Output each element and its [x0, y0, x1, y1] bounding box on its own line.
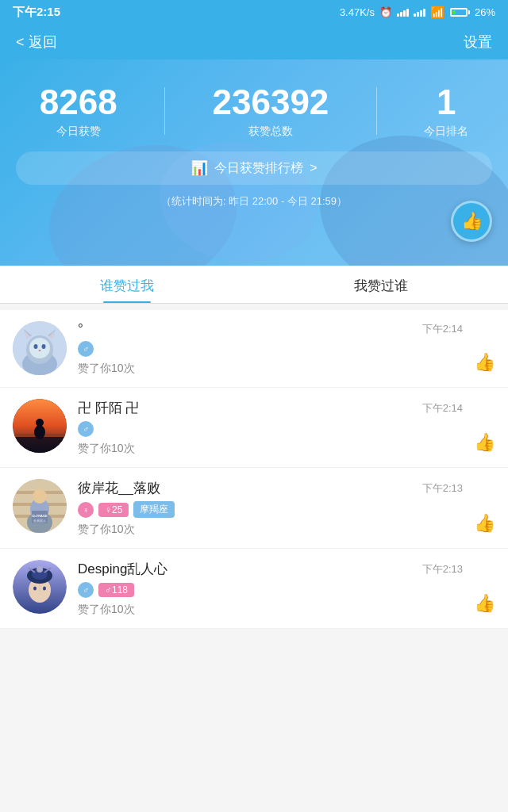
svg-point-9 — [34, 344, 38, 349]
battery-indicator — [450, 8, 470, 17]
avatar: OuTRAGE 全員惡人 — [13, 479, 67, 533]
svg-point-39 — [43, 587, 46, 591]
alarm-icon: ⏰ — [379, 6, 392, 18]
status-time: 下午2:15 — [13, 5, 60, 20]
user-time: 下午2:14 — [422, 322, 463, 336]
user-name: Desping乱人心 — [78, 560, 167, 578]
age-tag: ♂118 — [98, 583, 134, 597]
svg-point-8 — [29, 338, 50, 358]
svg-point-38 — [33, 587, 37, 591]
network-speed: 3.47K/s — [340, 6, 375, 18]
user-name-row: 彼岸花__落败 下午2:13 — [78, 479, 463, 497]
user-name-row: Desping乱人心 下午2:13 — [78, 560, 463, 578]
user-name: ° — [78, 321, 83, 337]
total-likes-number: 236392 — [213, 83, 329, 121]
nav-bar: < 返回 设置 — [0, 25, 508, 59]
user-info: 卍 阡陌 卍 下午2:14 ♂ 赞了你10次 — [78, 399, 463, 456]
stat-divider-1 — [164, 87, 165, 135]
stat-today-rank: 1 今日排名 — [424, 83, 468, 139]
settings-button[interactable]: 设置 — [464, 33, 492, 52]
like-thumb-icon[interactable]: 👍 — [474, 432, 495, 453]
stat-divider-2 — [376, 87, 377, 135]
tab-who-i-liked[interactable]: 我赞过谁 — [254, 266, 508, 303]
wifi-icon: 📶 — [430, 6, 445, 20]
table-row[interactable]: OuTRAGE 全員惡人 彼岸花__落败 下午2:13 ♀ ♀25 摩羯座 赞了… — [0, 468, 508, 549]
signal-bars-1 — [397, 9, 409, 17]
user-like-count: 赞了你10次 — [78, 442, 463, 456]
today-likes-number: 8268 — [40, 83, 117, 121]
user-name: 卍 阡陌 卍 — [78, 399, 139, 417]
signal-bars-2 — [414, 9, 425, 17]
like-thumb-icon[interactable]: 👍 — [474, 593, 495, 614]
zodiac-tag: 摩羯座 — [133, 501, 175, 518]
today-likes-label: 今日获赞 — [40, 124, 117, 139]
svg-point-19 — [36, 419, 44, 427]
ranking-bar-label: 今日获赞排行榜 — [214, 160, 303, 177]
gender-badge-male: ♂ — [78, 421, 94, 437]
ranking-bar-arrow: > — [310, 161, 317, 175]
user-time: 下午2:14 — [422, 401, 463, 416]
stats-row: 8268 今日获赞 236392 获赞总数 1 今日排名 — [0, 75, 508, 139]
hero-section: 8268 今日获赞 236392 获赞总数 1 今日排名 📊 今日获赞排行榜 >… — [0, 59, 508, 266]
svg-point-35 — [37, 566, 43, 573]
back-button[interactable]: < 返回 — [16, 33, 57, 52]
ranking-bar-chart-icon: 📊 — [190, 159, 208, 177]
svg-point-27 — [33, 489, 47, 504]
tab-who-liked-me[interactable]: 谁赞过我 — [0, 266, 254, 303]
avatar — [13, 560, 67, 614]
like-thumb-icon[interactable]: 👍 — [474, 352, 495, 373]
svg-text:OuTRAGE: OuTRAGE — [32, 514, 48, 518]
age-tag: ♀25 — [98, 503, 129, 517]
user-name-row: 卍 阡陌 卍 下午2:14 — [78, 399, 463, 417]
stats-time-note: （统计时间为: 昨日 22:00 - 今日 21:59） — [0, 185, 508, 221]
table-row[interactable]: ° 下午2:14 ♂ 赞了你10次 👍 — [0, 310, 508, 388]
avatar — [13, 321, 67, 375]
status-bar: 下午2:15 3.47K/s ⏰ 📶 26% — [0, 0, 508, 25]
thumb-up-circle-icon: 👍 — [461, 211, 483, 232]
total-likes-label: 获赞总数 — [213, 124, 329, 139]
gender-badge-male: ♂ — [78, 582, 94, 598]
today-rank-number: 1 — [424, 83, 468, 121]
stat-today-likes: 8268 今日获赞 — [40, 83, 117, 139]
svg-point-10 — [42, 344, 46, 349]
svg-point-18 — [34, 425, 45, 439]
user-info: ° 下午2:14 ♂ 赞了你10次 — [78, 321, 463, 376]
user-time: 下午2:13 — [422, 562, 463, 576]
user-gender-row: ♂ ♂118 — [78, 582, 463, 598]
ranking-bar[interactable]: 📊 今日获赞排行榜 > — [16, 151, 492, 185]
user-time: 下午2:13 — [422, 481, 463, 496]
avatar — [13, 399, 67, 453]
user-like-count: 赞了你10次 — [78, 603, 463, 617]
battery-percent: 26% — [475, 6, 495, 18]
user-info: 彼岸花__落败 下午2:13 ♀ ♀25 摩羯座 赞了你10次 — [78, 479, 463, 537]
svg-point-11 — [39, 350, 41, 351]
gender-badge-male: ♂ — [78, 341, 94, 357]
user-info: Desping乱人心 下午2:13 ♂ ♂118 赞了你10次 — [78, 560, 463, 617]
stat-total-likes: 236392 获赞总数 — [213, 83, 329, 139]
table-row[interactable]: Desping乱人心 下午2:13 ♂ ♂118 赞了你10次 👍 — [0, 549, 508, 629]
user-list: ° 下午2:14 ♂ 赞了你10次 👍 — [0, 310, 508, 629]
user-gender-row: ♂ — [78, 421, 463, 437]
svg-text:全員惡人: 全員惡人 — [33, 519, 46, 523]
gender-badge-female: ♀ — [78, 502, 94, 518]
user-like-count: 赞了你10次 — [78, 362, 463, 376]
user-name: 彼岸花__落败 — [78, 479, 160, 497]
user-gender-row: ♀ ♀25 摩羯座 — [78, 501, 463, 518]
tabs: 谁赞过我 我赞过谁 — [0, 266, 508, 304]
today-rank-label: 今日排名 — [424, 124, 468, 139]
table-row[interactable]: 卍 阡陌 卍 下午2:14 ♂ 赞了你10次 👍 — [0, 388, 508, 468]
user-like-count: 赞了你10次 — [78, 523, 463, 537]
user-gender-row: ♂ — [78, 341, 463, 357]
like-thumb-icon[interactable]: 👍 — [474, 513, 495, 534]
user-name-row: ° 下午2:14 — [78, 321, 463, 337]
thumb-up-circle-button[interactable]: 👍 — [451, 201, 492, 242]
status-right: 3.47K/s ⏰ 📶 26% — [340, 6, 495, 20]
